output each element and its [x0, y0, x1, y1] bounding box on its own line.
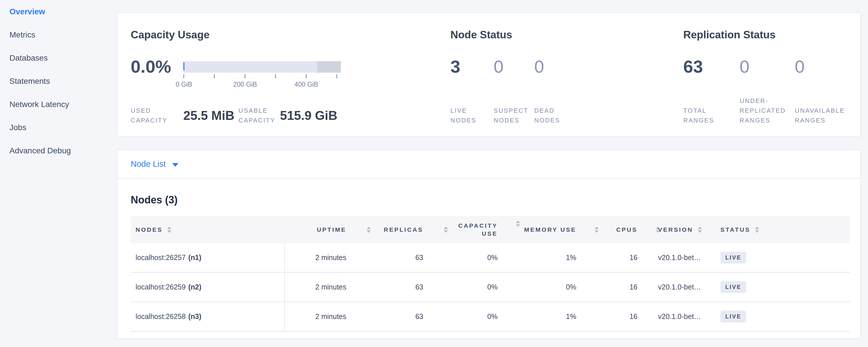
node-address: localhost:26259 — [135, 283, 186, 291]
used-capacity-label: USED CAPACITY — [131, 106, 167, 125]
cpus-cell: 16 — [587, 273, 648, 302]
dead-nodes-count: 0 — [534, 57, 544, 76]
node-id: (n3) — [188, 312, 202, 321]
capacity-bar-reserved-segment — [317, 61, 341, 73]
nodes-card-header: Node List — [117, 150, 860, 179]
sidebar-nav: Overview Metrics Databases Statements Ne… — [9, 7, 71, 156]
usable-capacity-label-line2: CAPACITY — [239, 116, 275, 125]
under-replicated-label-line1: UNDER- — [740, 96, 786, 106]
table-row[interactable]: localhost:26257 (n1) 2 minutes 63 0% 1% … — [131, 243, 850, 273]
live-nodes-label-line1: LIVE — [451, 106, 476, 116]
chevron-down-icon — [172, 163, 179, 167]
node-id: (n1) — [188, 253, 202, 262]
column-header-status[interactable]: STATUS — [716, 216, 850, 243]
sidebar-item-jobs[interactable]: Jobs — [9, 123, 71, 132]
total-ranges-label: TOTAL RANGES — [683, 106, 714, 125]
under-replicated-label-line2: REPLICATED — [740, 106, 786, 116]
column-header-nodes[interactable]: NODES — [131, 216, 285, 243]
replicas-cell: 63 — [359, 302, 436, 331]
under-replicated-ranges-count: 0 — [740, 57, 749, 76]
node-address-cell: localhost:26257 (n1) — [131, 243, 285, 272]
status-badge: LIVE — [720, 281, 746, 293]
usable-capacity-value: 515.9 GiB — [280, 109, 338, 122]
node-address: localhost:26257 — [135, 253, 186, 262]
cpus-cell: 16 — [587, 243, 648, 272]
sidebar-item-databases[interactable]: Databases — [9, 53, 71, 63]
unavailable-ranges-count: 0 — [795, 57, 805, 76]
node-status-title: Node Status — [451, 29, 512, 41]
column-header-version-label: VERSION — [658, 226, 693, 233]
column-header-memory-use[interactable]: MEMORY USE — [508, 216, 587, 243]
used-capacity-label-line1: USED — [131, 106, 167, 116]
capacity-bar-used-marker — [183, 62, 184, 70]
suspect-nodes-label: SUSPECT NODES — [494, 106, 528, 125]
capacity-use-label-line2: USE — [458, 230, 498, 238]
sidebar-item-advanced-debug[interactable]: Advanced Debug — [9, 146, 71, 156]
total-ranges-label-line2: RANGES — [683, 116, 714, 125]
axis-tick — [183, 74, 184, 78]
sort-icon — [755, 227, 759, 233]
axis-tick — [245, 74, 245, 78]
column-header-cpus[interactable]: CPUS — [587, 216, 648, 243]
capacity-bar-chart — [183, 61, 341, 73]
cluster-summary-card: Capacity Usage 0.0% 0 GiB 200 GiB 400 Gi… — [117, 12, 861, 137]
dead-nodes-label-line1: DEAD — [534, 106, 560, 116]
live-nodes-label-line2: NODES — [451, 116, 476, 125]
capacity-use-cell: 0% — [436, 243, 508, 272]
capacity-usage-title: Capacity Usage — [131, 29, 210, 41]
replication-status-title: Replication Status — [683, 29, 776, 41]
under-replicated-ranges-label: UNDER- REPLICATED RANGES — [740, 96, 786, 125]
sidebar-item-statements[interactable]: Statements — [9, 76, 71, 86]
usable-capacity-label-line1: USABLE — [239, 106, 275, 116]
axis-tick-label-400: 400 GiB — [294, 81, 318, 88]
total-ranges-label-line1: TOTAL — [683, 106, 714, 116]
dead-nodes-label-line2: NODES — [534, 116, 560, 125]
table-row[interactable]: localhost:26259 (n2) 2 minutes 63 0% 0% … — [131, 273, 850, 302]
axis-tick — [275, 74, 276, 78]
axis-tick-label-200: 200 GiB — [233, 81, 257, 88]
sidebar-item-metrics[interactable]: Metrics — [9, 30, 71, 40]
node-list-dropdown-label: Node List — [131, 159, 166, 169]
sidebar-item-overview[interactable]: Overview — [9, 7, 71, 17]
sidebar-item-network-latency[interactable]: Network Latency — [9, 99, 71, 109]
used-capacity-label-line2: CAPACITY — [131, 116, 167, 125]
nodes-heading: Nodes (3) — [131, 194, 178, 206]
column-header-cpus-label: CPUS — [616, 226, 638, 233]
unavailable-ranges-label-line1: UNAVAILABLE — [795, 106, 845, 116]
used-capacity-value: 25.5 MiB — [183, 109, 235, 122]
uptime-cell: 2 minutes — [285, 243, 359, 272]
nodes-table: NODES UPTIME REPLICAS CAPACITY USE MEMOR… — [131, 216, 850, 332]
live-nodes-label: LIVE NODES — [451, 106, 476, 125]
memory-use-cell: 1% — [508, 302, 587, 331]
column-header-version[interactable]: VERSION — [648, 216, 716, 243]
live-nodes-count: 3 — [451, 57, 460, 76]
uptime-cell: 2 minutes — [285, 273, 359, 302]
table-column-divider — [284, 243, 285, 332]
capacity-use-cell: 0% — [436, 302, 508, 331]
suspect-nodes-label-line2: NODES — [494, 116, 528, 125]
node-list-dropdown[interactable]: Node List — [131, 159, 179, 169]
table-row[interactable]: localhost:26258 (n3) 2 minutes 63 0% 1% … — [131, 302, 850, 332]
version-cell: v20.1.0-bet… — [648, 302, 716, 331]
usable-capacity-label: USABLE CAPACITY — [239, 106, 275, 125]
version-cell: v20.1.0-bet… — [648, 273, 716, 302]
column-header-capacity-use[interactable]: CAPACITY USE — [436, 216, 508, 243]
total-ranges-count: 63 — [683, 57, 703, 76]
column-header-nodes-label: NODES — [135, 226, 163, 233]
column-header-replicas[interactable]: REPLICAS — [359, 216, 436, 243]
replicas-cell: 63 — [359, 243, 436, 272]
unavailable-ranges-label: UNAVAILABLE RANGES — [795, 106, 845, 125]
sort-icon — [167, 227, 171, 233]
suspect-nodes-label-line1: SUSPECT — [494, 106, 528, 116]
axis-tick — [214, 74, 215, 78]
node-address-cell: localhost:26258 (n3) — [131, 302, 285, 331]
column-header-uptime[interactable]: UPTIME — [285, 216, 359, 243]
table-header-row: NODES UPTIME REPLICAS CAPACITY USE MEMOR… — [131, 216, 850, 243]
column-header-status-label: STATUS — [720, 226, 750, 233]
node-id: (n2) — [188, 283, 202, 291]
memory-use-cell: 0% — [508, 273, 587, 302]
node-address: localhost:26258 — [135, 312, 186, 321]
axis-tick-label-0: 0 GiB — [176, 81, 192, 88]
under-replicated-label-line3: RANGES — [740, 116, 786, 125]
capacity-use-cell: 0% — [436, 273, 508, 302]
